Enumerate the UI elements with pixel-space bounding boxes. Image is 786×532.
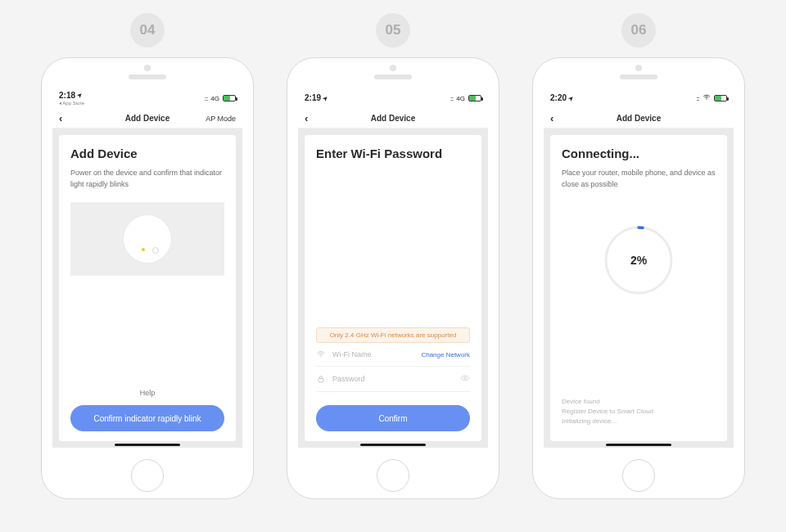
password-placeholder: Password [332, 375, 454, 383]
battery-icon [223, 95, 236, 101]
status-time: 2:20 [550, 94, 567, 102]
carrier-label: 4G [456, 95, 465, 102]
ap-mode-button[interactable]: AP Mode [206, 115, 236, 123]
nav-bar: ‹ Add Device [298, 109, 488, 128]
step-05-column: 05 2:19 ➤ ::: 4G [287, 13, 499, 499]
step-badge-05: 05 [376, 13, 410, 47]
nav-title: Add Device [617, 114, 661, 123]
svg-point-3 [707, 99, 707, 100]
phone-frame-04: 2:18 ➤ ◂ App Store ::: 4G ‹ Add Device [41, 57, 254, 499]
status-bar: 2:19 ➤ ::: 4G [298, 88, 488, 109]
step-04-column: 04 2:18 ➤ ◂ App Store ::: [41, 13, 254, 499]
lock-icon [316, 374, 326, 384]
carrier-label: 4G [210, 95, 219, 102]
signal-icon: ::: [450, 95, 454, 102]
home-indicator[interactable] [360, 444, 426, 446]
status-bar: 2:20 ➤ ::: [544, 88, 734, 109]
tutorial-stage: 04 2:18 ➤ ◂ App Store ::: [0, 0, 786, 532]
step-badge-06: 06 [621, 13, 656, 47]
earpiece [374, 74, 412, 79]
home-indicator[interactable] [115, 444, 180, 446]
change-network-link[interactable]: Change Network [421, 351, 470, 358]
progress-ring: 2% [602, 223, 675, 297]
card-heading: Enter Wi-Fi Password [316, 147, 470, 160]
screen-05: 2:19 ➤ ::: 4G ‹ Add Device Enter Wi-F [298, 88, 488, 448]
signal-icon: ::: [205, 95, 208, 102]
step-badge-04: 04 [130, 13, 165, 47]
battery-icon [714, 95, 727, 101]
location-arrow-icon: ➤ [567, 94, 574, 101]
status-time: 2:19 [305, 94, 321, 102]
home-button[interactable] [131, 459, 164, 492]
front-camera [390, 65, 396, 71]
front-camera [635, 65, 642, 71]
wifi-warning-banner: Only 2.4 GHz Wi-Fi networks are supporte… [316, 327, 470, 343]
card-description: Place your router, mobile phone, and dev… [562, 167, 716, 191]
card-description: Power on the device and confirm that ind… [70, 167, 224, 191]
smart-plug-icon [124, 215, 171, 263]
wifi-icon [316, 349, 326, 359]
card-heading: Add Device [70, 147, 224, 160]
confirm-blink-button[interactable]: Confirm indicator rapidly blink [70, 405, 224, 431]
wifi-status-icon [702, 93, 711, 103]
device-illustration [70, 202, 224, 276]
location-arrow-icon: ➤ [75, 92, 83, 99]
status-bar: 2:18 ➤ ◂ App Store ::: 4G [52, 88, 242, 109]
step-06-column: 06 2:20 ➤ ::: [532, 13, 745, 499]
phone-frame-05: 2:19 ➤ ::: 4G ‹ Add Device Enter Wi-F [287, 57, 499, 499]
svg-point-0 [321, 357, 322, 358]
power-button-icon [152, 247, 159, 254]
screen-04: 2:18 ➤ ◂ App Store ::: 4G ‹ Add Device [52, 88, 242, 448]
connection-status-log: Device found Register Device to Smart Cl… [562, 397, 653, 431]
home-button[interactable] [377, 459, 409, 492]
content-card: Enter Wi-Fi Password Only 2.4 GHz Wi-Fi … [305, 135, 481, 441]
screen-06: 2:20 ➤ ::: ‹ Add Device [544, 88, 734, 448]
help-link[interactable]: Help [70, 389, 224, 397]
phone-frame-06: 2:20 ➤ ::: ‹ Add Device [532, 57, 745, 499]
nav-bar: ‹ Add Device [544, 109, 734, 128]
location-arrow-icon: ➤ [321, 94, 328, 101]
status-time: 2:18 [59, 92, 75, 100]
home-button[interactable] [622, 459, 655, 492]
password-field[interactable]: Password [316, 367, 470, 392]
nav-title: Add Device [125, 114, 169, 123]
wifi-name-field[interactable]: Wi-Fi Name Change Network [316, 343, 470, 367]
back-button[interactable]: ‹ [59, 113, 62, 124]
content-card: Connecting... Place your router, mobile … [550, 135, 727, 441]
earpiece [620, 74, 657, 79]
back-button[interactable]: ‹ [305, 113, 308, 124]
svg-rect-1 [318, 379, 323, 383]
progress-percent-label: 2% [602, 223, 675, 297]
home-indicator[interactable] [606, 444, 671, 446]
card-heading: Connecting... [562, 147, 716, 160]
content-card: Add Device Power on the device and confi… [59, 135, 236, 441]
signal-icon: ::: [696, 95, 699, 102]
front-camera [144, 65, 151, 71]
nav-title: Add Device [371, 114, 415, 123]
svg-point-2 [464, 377, 467, 380]
confirm-wifi-button[interactable]: Confirm [316, 405, 470, 431]
nav-bar: ‹ Add Device AP Mode [52, 109, 242, 128]
back-to-appstore[interactable]: ◂ App Store [59, 101, 84, 106]
earpiece [129, 74, 166, 79]
battery-icon [468, 95, 481, 101]
toggle-password-visibility[interactable] [460, 373, 470, 385]
indicator-led-icon [142, 248, 145, 251]
back-button[interactable]: ‹ [550, 113, 553, 124]
wifi-name-placeholder: Wi-Fi Name [332, 350, 414, 358]
